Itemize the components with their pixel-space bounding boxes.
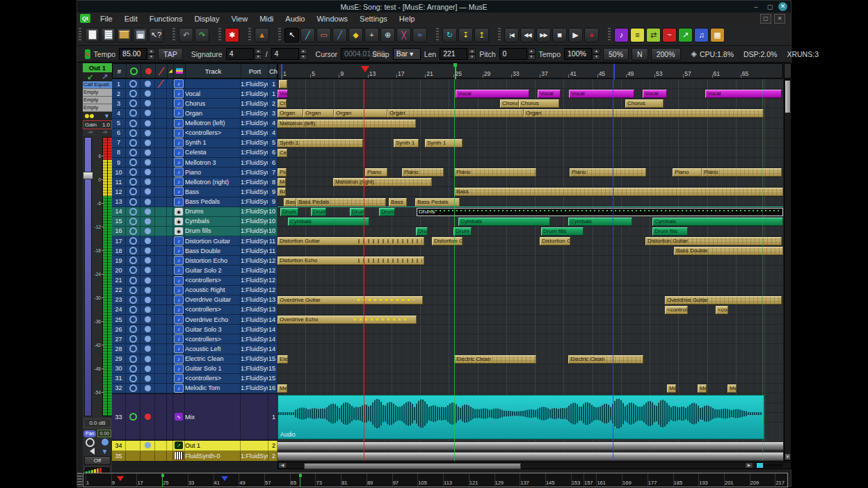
track-channel[interactable]: 15	[268, 364, 278, 373]
record-arm-toggle[interactable]	[126, 256, 140, 265]
part-drum-fills[interactable]: Drum fills	[453, 227, 472, 236]
line-tool-icon[interactable]: ╱	[332, 28, 347, 42]
part-chorus[interactable]: Chorus	[500, 99, 519, 108]
mute-toggle[interactable]	[140, 266, 155, 275]
hscroll-handle[interactable]	[304, 463, 521, 469]
mute-toggle[interactable]	[140, 148, 155, 157]
track-name[interactable]: Drum fills	[185, 227, 241, 236]
save-song-icon[interactable]	[133, 28, 147, 42]
record-arm-toggle[interactable]	[126, 108, 140, 117]
solo-toggle[interactable]	[155, 89, 167, 98]
solo-toggle[interactable]	[155, 108, 167, 117]
part-vocal[interactable]: Vocal	[538, 90, 561, 98]
mute-toggle[interactable]	[140, 305, 155, 314]
track-row-14[interactable]: 14◉Drums1:FluidSyr10	[112, 207, 278, 217]
track-port[interactable]	[241, 441, 268, 450]
track-name[interactable]: <controllers>	[185, 129, 241, 138]
tap-button[interactable]: TAP	[158, 48, 183, 60]
part-organ[interactable]: Organ	[303, 109, 334, 117]
track-channel[interactable]: 9	[268, 197, 278, 206]
record-arm-toggle[interactable]	[126, 276, 140, 285]
punch-out-icon[interactable]: ↥	[474, 28, 489, 42]
track-channel[interactable]: 12	[268, 286, 278, 295]
eraser-tool-icon[interactable]: ▭	[316, 28, 331, 42]
effect-slot-1[interactable]: Calf Equali:	[83, 81, 112, 89]
part-chorus[interactable]: Chorus	[278, 99, 287, 108]
mute-toggle[interactable]	[140, 177, 155, 186]
timelock-cell[interactable]	[167, 246, 173, 255]
tempo-normal-button[interactable]: N	[632, 48, 648, 60]
play-icon[interactable]: ▶	[568, 28, 583, 42]
part-mellotron-left-[interactable]: Mellotron (left)	[278, 120, 416, 128]
track-row-11[interactable]: 11♪Mellotron (right)1:FluidSyr8	[112, 177, 278, 187]
record-arm-toggle[interactable]	[126, 119, 140, 128]
part-vocal[interactable]: Vocal	[705, 90, 782, 98]
track-name[interactable]: Chorus	[185, 99, 241, 108]
track-channel[interactable]: 2	[268, 451, 278, 461]
timelock-cell[interactable]	[167, 305, 173, 314]
timelock-cell[interactable]	[167, 364, 173, 373]
track-name[interactable]: <controllers>	[185, 276, 241, 285]
track-type-icon[interactable]	[174, 64, 186, 78]
toolbar-grip[interactable]	[248, 28, 251, 42]
pitch-spinner[interactable]: ▲▼	[528, 49, 536, 60]
timelock-cell[interactable]	[167, 148, 173, 157]
track-channel[interactable]: 3	[268, 108, 278, 117]
part-organ[interactable]: Organ	[278, 109, 303, 117]
track-port[interactable]: 1:FluidSyr	[241, 305, 268, 314]
record-arm-toggle[interactable]	[126, 187, 140, 196]
timelock-cell[interactable]	[167, 295, 173, 304]
mute-toggle[interactable]	[140, 236, 155, 245]
part--controllers-[interactable]: <controllers>	[716, 306, 728, 314]
track-name[interactable]: Cymbals	[185, 217, 241, 226]
track-channel[interactable]: 1	[268, 79, 278, 88]
punch-in-icon[interactable]: ↧	[458, 28, 473, 42]
toolbar-grip[interactable]	[172, 28, 175, 42]
timelock-cell[interactable]	[167, 89, 173, 98]
pencil-tool-icon[interactable]: ╱	[300, 28, 315, 42]
effect-slot-3[interactable]: Empty	[83, 97, 112, 104]
record-arm-toggle[interactable]	[126, 207, 140, 216]
track-name[interactable]: Guitar Solo 3	[185, 325, 241, 334]
track-channel[interactable]: 2	[268, 441, 278, 450]
timelock-cell[interactable]	[167, 355, 173, 364]
part-melodic-tom[interactable]: Melodic Tom	[667, 384, 676, 393]
close-button[interactable]: ✕	[778, 2, 787, 11]
track-port[interactable]: 1:FluidSyr	[241, 79, 268, 88]
track-channel[interactable]: 9	[268, 187, 278, 196]
mute-icon[interactable]	[141, 64, 156, 78]
solo-toggle[interactable]	[155, 207, 167, 216]
solo-toggle[interactable]	[155, 374, 167, 383]
record-arm-toggle[interactable]	[126, 355, 140, 364]
list-editor-icon[interactable]: ≡	[630, 28, 645, 42]
zoom-tool-icon[interactable]: ⊕	[380, 28, 395, 42]
part-bass[interactable]: Bass	[389, 198, 407, 206]
part-melodic-tom[interactable]: Melodic Tom	[728, 384, 737, 393]
track-row-13[interactable]: 13♪Bass Pedals1:FluidSyr9	[112, 197, 278, 207]
track-channel[interactable]: 15	[268, 355, 278, 364]
open-song-icon[interactable]	[117, 28, 131, 42]
track-channel[interactable]: 11	[268, 246, 278, 255]
strip-track-name[interactable]: Out 1	[83, 63, 112, 72]
mute-tool-icon[interactable]: ╳	[396, 28, 411, 42]
track-channel[interactable]: 10	[268, 227, 278, 236]
len-value[interactable]: 221	[440, 48, 467, 60]
track-row-4[interactable]: 4♪Organ1:FluidSyr3	[112, 108, 278, 118]
record-arm-toggle[interactable]	[126, 138, 140, 147]
timelock-cell[interactable]	[167, 79, 173, 88]
track-port[interactable]: 1:FluidSyr	[241, 148, 268, 157]
timelock-cell[interactable]	[167, 197, 173, 206]
track-port[interactable]: 1:FluidSyr	[241, 187, 268, 196]
sig-num-spinner[interactable]: ▲▼	[255, 49, 262, 60]
mute-toggle[interactable]	[140, 119, 155, 128]
record-arm-toggle[interactable]	[126, 384, 140, 393]
track-port[interactable]: 1:FluidSyr	[241, 99, 268, 108]
track-port[interactable]: 1:FluidSyr	[241, 138, 268, 147]
forward-icon[interactable]: ▶▶	[536, 28, 551, 42]
part-electric-clean[interactable]: Electric Clean	[454, 355, 536, 364]
tempo-50-button[interactable]: 50%	[603, 48, 629, 60]
timelock-cell[interactable]	[167, 119, 173, 128]
track-row-27[interactable]: 27♪<controllers>1:FluidSyr14	[112, 334, 278, 344]
solo-toggle[interactable]: ╱	[155, 79, 167, 88]
mute-toggle[interactable]	[140, 364, 155, 373]
